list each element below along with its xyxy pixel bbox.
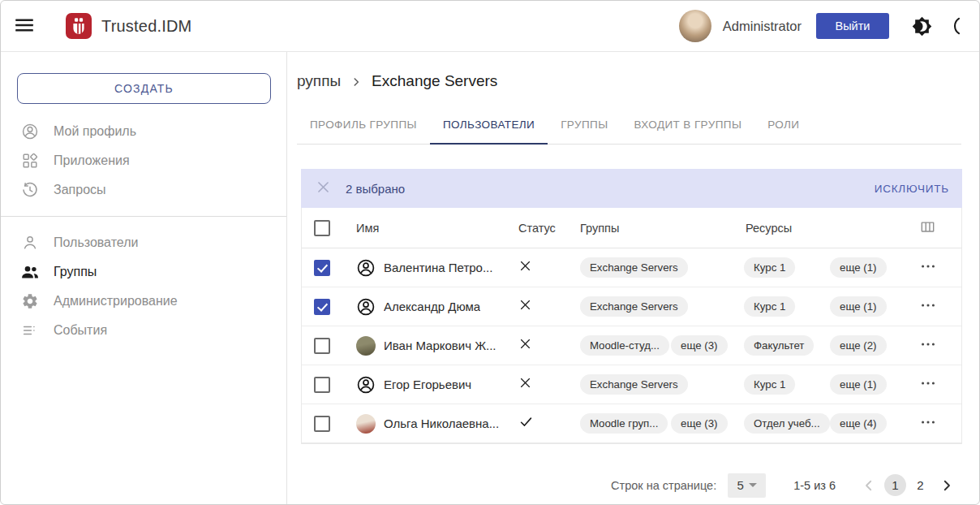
- group-more-chip[interactable]: еще (3): [671, 335, 728, 356]
- sidebar-item-administration[interactable]: Администрирование: [1, 287, 286, 316]
- history-icon: [20, 181, 40, 199]
- sidebar-nav-top: Мой профильПриложенияЗапросы: [1, 117, 286, 205]
- users-panel: 2 выбрано ИСКЛЮЧИТЬ Имя Статус Группы Ре…: [301, 169, 962, 503]
- page-button-1[interactable]: 1: [884, 474, 906, 496]
- resource-more-chip[interactable]: еще (1): [830, 257, 887, 278]
- breadcrumb: руппы Exchange Servers: [297, 70, 961, 93]
- user-name: Administrator: [723, 19, 802, 34]
- pagination: Строк на странице: 5 1-5 из 6 12: [301, 467, 962, 503]
- tab-пользователи[interactable]: ПОЛЬЗОВАТЕЛИ: [430, 106, 548, 144]
- columns-settings-button[interactable]: [918, 217, 938, 240]
- sidebar-item-applications[interactable]: Приложения: [1, 146, 286, 175]
- sidebar-item-label: Мой профиль: [54, 124, 136, 139]
- breadcrumb-parent[interactable]: руппы: [297, 72, 341, 90]
- row-checkbox[interactable]: [314, 299, 330, 315]
- tab-входит-в-группы[interactable]: ВХОДИТ В ГРУППЫ: [621, 106, 755, 144]
- resource-chip: Курс 1: [744, 257, 795, 278]
- more-dots-icon: [919, 257, 937, 278]
- header-right-group: Administrator Выйти: [679, 10, 966, 42]
- column-header-resources[interactable]: Ресурсы: [744, 222, 910, 235]
- top-header: Trusted.IDM Administrator Выйти: [1, 1, 979, 52]
- sidebar-item-label: Запросы: [54, 183, 106, 197]
- sidebar-item-events[interactable]: События: [1, 316, 286, 345]
- user-name-cell: Ольга Николаевна...: [384, 417, 499, 430]
- tab-профиль-группы[interactable]: ПРОФИЛЬ ГРУППЫ: [297, 106, 430, 144]
- user-avatar-photo: [356, 336, 376, 356]
- table-row: Ольга Николаевна...Moodle груп...еще (3)…: [302, 404, 961, 443]
- user-name-cell: Александр Дюма: [384, 300, 480, 313]
- column-header-status[interactable]: Статус: [513, 222, 578, 235]
- row-checkbox[interactable]: [314, 260, 330, 276]
- row-actions-button[interactable]: [918, 256, 939, 279]
- user-name-cell: Валентина Петро...: [384, 261, 492, 274]
- rows-per-page-value: 5: [737, 478, 744, 492]
- resource-more-chip[interactable]: еще (4): [830, 413, 887, 434]
- selection-bar: 2 выбрано ИСКЛЮЧИТЬ: [301, 169, 962, 208]
- user-avatar-icon: [356, 375, 376, 395]
- theme-toggle-icon[interactable]: [912, 16, 932, 37]
- group-chip: Moodle груп...: [580, 413, 668, 434]
- logout-button[interactable]: Выйти: [816, 13, 889, 39]
- sidebar-item-requests[interactable]: Запросы: [1, 175, 286, 205]
- crescent-loader-icon: [947, 16, 966, 36]
- users-table: Имя Статус Группы Ресурсы Валентина Петр…: [301, 208, 962, 444]
- user-name-cell: Егор Егорьевич: [384, 378, 471, 391]
- previous-page-button[interactable]: [860, 477, 878, 494]
- more-dots-icon: [919, 374, 937, 395]
- app-window: Trusted.IDM Administrator Выйти СОЗДАТЬ …: [0, 0, 980, 505]
- sidebar-item-users[interactable]: Пользователи: [1, 228, 286, 257]
- row-checkbox[interactable]: [314, 338, 330, 354]
- exclude-button[interactable]: ИСКЛЮЧИТЬ: [875, 183, 949, 195]
- more-dots-icon: [919, 335, 937, 356]
- clear-selection-button[interactable]: [314, 178, 333, 199]
- rows-per-page-select[interactable]: 5: [728, 473, 766, 498]
- group-more-chip[interactable]: еще (3): [671, 413, 728, 434]
- people-icon: [20, 262, 40, 282]
- table-body: Валентина Петро...Exchange ServersКурс 1…: [302, 248, 961, 443]
- page-button-2[interactable]: 2: [909, 474, 931, 496]
- cross-icon: [518, 259, 532, 276]
- sidebar-item-profile[interactable]: Мой профиль: [1, 117, 286, 146]
- cross-icon: [518, 298, 532, 315]
- sidebar-item-label: Группы: [54, 265, 97, 279]
- resource-chip: Отдел учеб...: [744, 413, 830, 434]
- row-actions-button[interactable]: [918, 412, 939, 435]
- row-checkbox[interactable]: [314, 377, 330, 393]
- next-page-button[interactable]: [938, 477, 956, 494]
- check-icon: [518, 414, 534, 433]
- tab-роли[interactable]: РОЛИ: [754, 106, 812, 144]
- tab-группы[interactable]: ГРУППЫ: [548, 106, 621, 144]
- row-actions-button[interactable]: [918, 334, 939, 357]
- sidebar-item-groups[interactable]: Группы: [1, 257, 286, 287]
- sidebar-item-label: Приложения: [54, 153, 130, 168]
- row-checkbox[interactable]: [314, 416, 330, 432]
- sidebar-item-label: События: [54, 323, 107, 338]
- table-row: Егор ЕгорьевичExchange ServersКурс 1еще …: [302, 365, 961, 404]
- brand-title: Trusted.IDM: [101, 17, 191, 36]
- resource-chip: Курс 1: [744, 374, 795, 395]
- brand-logo-icon: [66, 13, 92, 39]
- cross-icon: [518, 337, 532, 354]
- group-chip: Exchange Servers: [580, 257, 688, 278]
- column-header-name[interactable]: Имя: [339, 222, 513, 235]
- resource-more-chip[interactable]: еще (2): [830, 335, 887, 356]
- rows-per-page-label: Строк на странице:: [611, 479, 716, 492]
- resource-chip: Курс 1: [744, 296, 795, 317]
- sidebar-divider: [1, 216, 286, 217]
- apps-icon: [20, 152, 40, 170]
- sidebar-nav-bottom: ПользователиГруппыАдминистрированиеСобыт…: [1, 228, 286, 345]
- hamburger-menu-button[interactable]: [14, 15, 35, 38]
- resource-more-chip[interactable]: еще (1): [830, 296, 887, 317]
- resource-more-chip[interactable]: еще (1): [830, 374, 887, 395]
- sidebar: СОЗДАТЬ Мой профильПриложенияЗапросы Пол…: [1, 52, 287, 504]
- user-avatar[interactable]: [679, 10, 711, 42]
- more-dots-icon: [919, 413, 937, 434]
- app-body: СОЗДАТЬ Мой профильПриложенияЗапросы Пол…: [1, 52, 979, 504]
- account-circle-icon: [20, 123, 40, 140]
- row-actions-button[interactable]: [918, 373, 939, 396]
- column-header-groups[interactable]: Группы: [578, 222, 744, 235]
- row-actions-button[interactable]: [918, 295, 939, 318]
- create-button[interactable]: СОЗДАТЬ: [17, 73, 271, 104]
- gear-icon: [20, 292, 40, 310]
- select-all-checkbox[interactable]: [314, 220, 330, 236]
